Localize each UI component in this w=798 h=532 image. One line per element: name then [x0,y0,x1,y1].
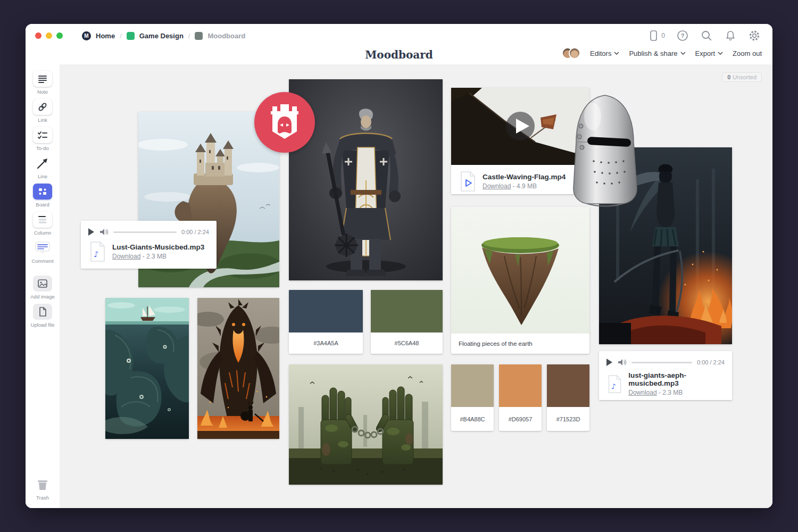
tool-label: Board [36,202,49,207]
video-download-link[interactable]: Download [483,182,511,190]
breadcrumb-separator: / [120,32,122,40]
color-swatch-block [371,290,443,332]
tool-column[interactable]: Column [33,212,52,236]
audio-progress-bar[interactable] [113,231,177,233]
audio-time: 0:00 / 2:24 [697,359,725,365]
floating-island-card[interactable]: Floating pieces of the earth [451,207,589,354]
help-button[interactable]: ? [676,29,689,42]
color-swatch-block [499,364,542,407]
sea-monsters-image[interactable] [105,298,189,439]
breadcrumb-board[interactable]: Game Design [139,32,184,40]
video-filesize: - 4.9 MB [513,182,537,190]
chevron-down-icon [718,52,723,55]
tool-comment[interactable]: Comment [31,240,53,264]
floating-island-image [451,207,589,334]
castle-shield-badge[interactable] [254,92,315,153]
export-menu-button[interactable]: Export [695,49,724,57]
tool-line[interactable]: Line [33,155,52,179]
audio-filesize: - 2.3 MB [659,389,683,396]
tool-upload-file[interactable]: Upload file [31,304,55,328]
audio-card-1[interactable]: 0:00 / 2:24 ♪ Lust-Giants-Musicbed.mp3 D… [81,221,217,269]
editors-menu-button[interactable]: Editors [590,49,619,57]
device-preview-count: 0 [661,32,665,39]
color-swatch-hex: #71523D [547,407,589,431]
color-swatch-block [547,364,589,407]
audio-file-icon: ♪ [88,241,106,262]
close-window-button[interactable] [35,32,41,39]
zoom-out-button[interactable]: Zoom out [733,49,762,57]
maximize-window-button[interactable] [56,32,63,39]
tool-note[interactable]: Note [33,71,52,95]
search-icon [700,29,713,42]
audio-download-link[interactable]: Download [112,253,140,260]
speaker-icon[interactable] [99,228,109,236]
tool-trash[interactable]: Trash [33,477,52,501]
color-swatch-card[interactable]: #5C6A48 [371,290,443,354]
tool-todo[interactable]: To-do [33,127,52,151]
video-card[interactable]: Castle-Waving-Flag.mp4 Download - 4.9 MB [451,88,589,194]
color-swatch-card[interactable]: #3A4A5A [289,290,363,354]
castle-banner-icon [269,104,300,141]
minimize-window-button[interactable] [46,32,52,39]
board-icon-gray [195,32,203,40]
speaker-icon[interactable] [617,358,627,367]
board-icon-green[interactable] [127,32,135,40]
tool-add-image[interactable]: Add image [30,276,54,300]
color-swatch-card[interactable]: #71523D [547,364,589,431]
board-header: Moodboard Editors Publish & share Export… [26,47,772,64]
window-controls [35,32,63,39]
tool-label: Column [34,230,52,236]
play-button[interactable] [606,359,612,366]
settings-button[interactable] [748,29,761,42]
publish-share-label: Publish & share [629,49,677,57]
audio-file-icon: ♪ [606,373,622,395]
publish-share-menu-button[interactable]: Publish & share [629,49,685,57]
tool-label: Note [37,89,48,95]
unsorted-label: Unsorted [733,74,757,80]
chained-hands-image[interactable] [289,364,443,485]
video-thumbnail [451,88,589,165]
color-swatch-card[interactable]: #D69057 [499,364,542,431]
app-window: M Home / Game Design / Moodboard 0 ? [26,24,772,508]
island-caption[interactable]: Floating pieces of the earth [451,334,589,354]
board-icon [37,187,48,196]
unsorted-count: 0 [727,74,730,80]
milanote-logo-icon[interactable]: M [82,31,91,40]
video-file-icon [459,171,477,192]
unsorted-badge[interactable]: 0Unsorted [722,72,762,82]
export-label: Export [695,49,716,57]
color-swatch-hex: #5C6A48 [371,332,443,354]
tool-label: Line [38,173,47,179]
audio-progress-bar[interactable] [631,362,692,363]
chevron-down-icon [614,52,619,55]
question-icon: ? [676,29,689,42]
breadcrumb-current: Moodboard [207,32,245,40]
editor-avatars[interactable] [562,47,580,59]
avatar [569,47,580,59]
audio-download-link[interactable]: Download [628,389,656,396]
editors-label: Editors [590,49,611,57]
comment-icon [35,241,51,255]
color-swatch-block [451,364,494,407]
breadcrumb-home[interactable]: Home [96,32,115,40]
color-swatch-block [289,290,363,332]
device-preview-button[interactable]: 0 [647,29,665,42]
audio-card-2[interactable]: 0:00 / 2:24 ♪ lust-giants-aeph-musicbed.… [599,351,732,400]
search-button[interactable] [700,29,713,42]
tool-board-active[interactable]: Board [33,184,52,207]
audio-filename: lust-giants-aeph-musicbed.mp3 [628,371,725,387]
play-button[interactable] [88,228,94,236]
knight-helmet-image[interactable] [569,92,641,209]
color-swatch-hex: #3A4A5A [289,332,363,354]
svg-text:♪: ♪ [611,382,616,390]
tool-label: Comment [31,258,53,264]
breadcrumb-separator: / [188,32,190,40]
tool-label: Link [38,117,47,123]
notifications-button[interactable] [724,29,737,42]
tool-sidebar: Note Link To-do Line Board Column Commen… [26,64,60,508]
board-canvas[interactable]: 0Unsorted [60,64,772,508]
tool-link[interactable]: Link [33,99,52,123]
fire-giant-image[interactable] [197,298,279,439]
color-swatch-card[interactable]: #B4A88C [451,364,494,431]
svg-text:♪: ♪ [94,250,99,259]
